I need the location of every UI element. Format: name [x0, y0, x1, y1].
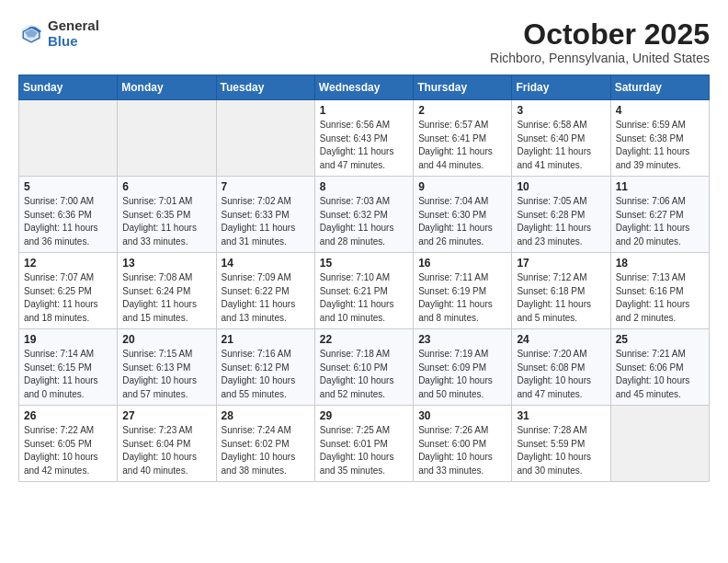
day-info: Sunrise: 7:22 AMSunset: 6:05 PMDaylight:… [24, 424, 112, 477]
calendar-week-row: 12Sunrise: 7:07 AMSunset: 6:25 PMDayligh… [19, 253, 710, 329]
day-header-thursday: Thursday [414, 75, 512, 100]
calendar-cell: 13Sunrise: 7:08 AMSunset: 6:24 PMDayligh… [118, 253, 216, 329]
day-info: Sunrise: 7:08 AMSunset: 6:24 PMDaylight:… [122, 271, 210, 325]
day-number: 6 [122, 180, 210, 193]
calendar-cell: 18Sunrise: 7:13 AMSunset: 6:16 PMDayligh… [610, 253, 709, 329]
logo-general-text: General [48, 18, 99, 34]
location: Richboro, Pennsylvania, United States [490, 51, 710, 65]
day-info: Sunrise: 6:57 AMSunset: 6:41 PMDaylight:… [418, 119, 506, 172]
calendar-cell: 24Sunrise: 7:20 AMSunset: 6:08 PMDayligh… [512, 329, 610, 406]
calendar-cell: 5Sunrise: 7:00 AMSunset: 6:36 PMDaylight… [19, 177, 118, 253]
calendar-cell: 8Sunrise: 7:03 AMSunset: 6:32 PMDaylight… [314, 177, 413, 253]
day-info: Sunrise: 7:21 AMSunset: 6:06 PMDaylight:… [616, 348, 704, 401]
calendar-week-row: 1Sunrise: 6:56 AMSunset: 6:43 PMDaylight… [19, 100, 710, 177]
day-header-tuesday: Tuesday [216, 75, 314, 100]
day-info: Sunrise: 7:18 AMSunset: 6:10 PMDaylight:… [320, 348, 408, 401]
calendar-cell [19, 100, 118, 177]
day-info: Sunrise: 7:19 AMSunset: 6:09 PMDaylight:… [418, 348, 506, 401]
calendar-cell: 14Sunrise: 7:09 AMSunset: 6:22 PMDayligh… [216, 253, 314, 329]
calendar-cell [216, 100, 314, 177]
calendar-cell: 1Sunrise: 6:56 AMSunset: 6:43 PMDaylight… [314, 100, 413, 177]
month-title: October 2025 [490, 18, 710, 51]
calendar-cell: 10Sunrise: 7:05 AMSunset: 6:28 PMDayligh… [512, 177, 610, 253]
day-number: 22 [320, 333, 408, 346]
day-info: Sunrise: 7:06 AMSunset: 6:27 PMDaylight:… [616, 195, 704, 248]
logo: General Blue [18, 18, 99, 49]
calendar-week-row: 26Sunrise: 7:22 AMSunset: 6:05 PMDayligh… [19, 406, 710, 482]
calendar-week-row: 5Sunrise: 7:00 AMSunset: 6:36 PMDaylight… [19, 177, 710, 253]
day-number: 14 [222, 257, 310, 270]
calendar-cell: 7Sunrise: 7:02 AMSunset: 6:33 PMDaylight… [216, 177, 314, 253]
day-info: Sunrise: 7:07 AMSunset: 6:25 PMDaylight:… [24, 271, 112, 325]
day-info: Sunrise: 7:25 AMSunset: 6:01 PMDaylight:… [320, 424, 408, 477]
day-header-wednesday: Wednesday [314, 75, 413, 100]
day-number: 17 [517, 257, 605, 270]
calendar-cell: 11Sunrise: 7:06 AMSunset: 6:27 PMDayligh… [610, 177, 709, 253]
day-number: 1 [320, 104, 408, 117]
day-header-sunday: Sunday [19, 75, 118, 100]
day-info: Sunrise: 7:04 AMSunset: 6:30 PMDaylight:… [418, 195, 506, 248]
day-info: Sunrise: 7:05 AMSunset: 6:28 PMDaylight:… [517, 195, 605, 248]
day-info: Sunrise: 7:09 AMSunset: 6:22 PMDaylight:… [222, 271, 310, 325]
day-number: 11 [616, 180, 704, 193]
day-number: 12 [24, 257, 112, 270]
day-number: 30 [418, 409, 506, 422]
calendar-cell: 31Sunrise: 7:28 AMSunset: 5:59 PMDayligh… [512, 406, 610, 482]
logo-icon [18, 21, 44, 47]
day-info: Sunrise: 7:03 AMSunset: 6:32 PMDaylight:… [320, 195, 408, 248]
day-number: 21 [222, 333, 310, 346]
day-info: Sunrise: 7:23 AMSunset: 6:04 PMDaylight:… [122, 424, 210, 477]
calendar-cell: 22Sunrise: 7:18 AMSunset: 6:10 PMDayligh… [314, 329, 413, 406]
day-header-saturday: Saturday [610, 75, 709, 100]
day-number: 26 [24, 409, 112, 422]
calendar-cell: 28Sunrise: 7:24 AMSunset: 6:02 PMDayligh… [216, 406, 314, 482]
day-number: 4 [616, 104, 704, 117]
day-number: 18 [616, 257, 704, 270]
day-info: Sunrise: 6:56 AMSunset: 6:43 PMDaylight:… [320, 119, 408, 172]
calendar-week-row: 19Sunrise: 7:14 AMSunset: 6:15 PMDayligh… [19, 329, 710, 406]
calendar-cell: 2Sunrise: 6:57 AMSunset: 6:41 PMDaylight… [414, 100, 512, 177]
day-number: 7 [222, 180, 310, 193]
day-number: 15 [320, 257, 408, 270]
day-info: Sunrise: 7:01 AMSunset: 6:35 PMDaylight:… [122, 195, 210, 248]
day-info: Sunrise: 6:59 AMSunset: 6:38 PMDaylight:… [616, 119, 704, 172]
day-number: 27 [122, 409, 210, 422]
day-number: 31 [517, 409, 605, 422]
title-block: October 2025 Richboro, Pennsylvania, Uni… [490, 18, 710, 65]
calendar-cell: 27Sunrise: 7:23 AMSunset: 6:04 PMDayligh… [118, 406, 216, 482]
logo-blue-text: Blue [48, 34, 99, 50]
day-number: 10 [517, 180, 605, 193]
page-header: General Blue October 2025 Richboro, Penn… [18, 18, 710, 65]
day-info: Sunrise: 7:02 AMSunset: 6:33 PMDaylight:… [222, 195, 310, 248]
day-number: 3 [517, 104, 605, 117]
day-number: 28 [222, 409, 310, 422]
calendar-cell: 29Sunrise: 7:25 AMSunset: 6:01 PMDayligh… [314, 406, 413, 482]
calendar-table: SundayMondayTuesdayWednesdayThursdayFrid… [18, 75, 710, 482]
logo-text: General Blue [48, 18, 99, 49]
calendar-header-row: SundayMondayTuesdayWednesdayThursdayFrid… [19, 75, 710, 100]
day-number: 23 [418, 333, 506, 346]
calendar-cell: 12Sunrise: 7:07 AMSunset: 6:25 PMDayligh… [19, 253, 118, 329]
calendar-cell: 9Sunrise: 7:04 AMSunset: 6:30 PMDaylight… [414, 177, 512, 253]
day-info: Sunrise: 7:00 AMSunset: 6:36 PMDaylight:… [24, 195, 112, 248]
calendar-cell: 15Sunrise: 7:10 AMSunset: 6:21 PMDayligh… [314, 253, 413, 329]
calendar-cell: 6Sunrise: 7:01 AMSunset: 6:35 PMDaylight… [118, 177, 216, 253]
calendar-cell: 4Sunrise: 6:59 AMSunset: 6:38 PMDaylight… [610, 100, 709, 177]
calendar-cell: 17Sunrise: 7:12 AMSunset: 6:18 PMDayligh… [512, 253, 610, 329]
day-number: 20 [122, 333, 210, 346]
day-info: Sunrise: 7:26 AMSunset: 6:00 PMDaylight:… [418, 424, 506, 477]
day-header-monday: Monday [118, 75, 216, 100]
calendar-cell: 23Sunrise: 7:19 AMSunset: 6:09 PMDayligh… [414, 329, 512, 406]
calendar-cell [610, 406, 709, 482]
day-info: Sunrise: 7:10 AMSunset: 6:21 PMDaylight:… [320, 271, 408, 325]
calendar-cell [118, 100, 216, 177]
calendar-cell: 30Sunrise: 7:26 AMSunset: 6:00 PMDayligh… [414, 406, 512, 482]
day-info: Sunrise: 7:11 AMSunset: 6:19 PMDaylight:… [418, 271, 506, 325]
day-number: 9 [418, 180, 506, 193]
day-number: 29 [320, 409, 408, 422]
day-number: 8 [320, 180, 408, 193]
day-number: 5 [24, 180, 112, 193]
day-info: Sunrise: 6:58 AMSunset: 6:40 PMDaylight:… [517, 119, 605, 172]
day-info: Sunrise: 7:15 AMSunset: 6:13 PMDaylight:… [122, 348, 210, 401]
calendar-cell: 19Sunrise: 7:14 AMSunset: 6:15 PMDayligh… [19, 329, 118, 406]
